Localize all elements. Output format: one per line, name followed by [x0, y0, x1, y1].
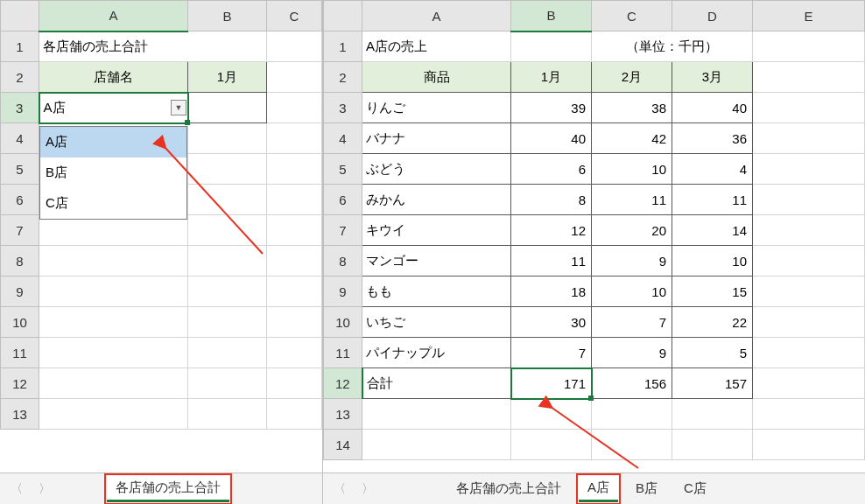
hdr-month[interactable]: 1月 [188, 62, 267, 93]
right-title[interactable]: A店の売上 [362, 32, 511, 62]
col-hdr-b[interactable]: B [188, 1, 267, 32]
dropdown-button[interactable]: ▼ [171, 100, 186, 116]
row-hdr[interactable]: 8 [1, 246, 39, 276]
store-dropdown[interactable]: A店 B店 C店 [39, 126, 187, 220]
tab-summary[interactable]: 各店舗の売上合計 [107, 476, 229, 502]
cell[interactable] [267, 32, 322, 62]
fill-handle[interactable] [588, 396, 594, 401]
total-feb[interactable]: 156 [592, 368, 672, 399]
store-value: A店 [44, 100, 66, 115]
cell[interactable] [267, 62, 322, 93]
unit-label[interactable]: （単位：千円） [592, 32, 753, 62]
row-hdr[interactable]: 4 [1, 123, 39, 154]
col-hdr[interactable]: B [511, 1, 592, 32]
nav-next-icon[interactable]: 〉 [358, 481, 377, 497]
row-hdr[interactable]: 7 [1, 215, 39, 246]
tab-c[interactable]: C店 [675, 477, 715, 500]
dropdown-option[interactable]: A店 [40, 127, 186, 158]
total-label[interactable]: 合計 [362, 368, 511, 399]
dropdown-option[interactable]: C店 [40, 188, 186, 219]
right-tabbar: 〈 〉 各店舗の売上合計 A店 B店 C店 [323, 472, 865, 504]
hdr-product[interactable]: 商品 [362, 62, 511, 93]
left-tabbar: 〈 〉 各店舗の売上合計 [0, 472, 322, 504]
corner[interactable] [324, 1, 362, 32]
total-mar[interactable]: 157 [672, 368, 753, 399]
row-hdr[interactable]: 5 [1, 154, 39, 185]
corner[interactable] [1, 1, 39, 32]
row-hdr[interactable]: 9 [1, 276, 39, 307]
row-hdr[interactable]: 1 [324, 32, 362, 62]
hdr-m2[interactable]: 2月 [592, 62, 672, 93]
hdr-m3[interactable]: 3月 [672, 62, 753, 93]
hdr-store[interactable]: 店舗名 [39, 62, 188, 93]
row-hdr[interactable]: 13 [1, 399, 39, 430]
row-hdr[interactable]: 11 [1, 338, 39, 368]
row-hdr[interactable]: 2 [324, 62, 362, 93]
tab-a[interactable]: A店 [579, 476, 618, 502]
cell[interactable] [267, 93, 322, 123]
col-hdr[interactable]: C [592, 1, 672, 32]
total-jan[interactable]: 171 [511, 368, 592, 399]
col-hdr[interactable]: A [362, 1, 511, 32]
store-input-cell[interactable]: A店 ▼ [39, 93, 188, 123]
col-hdr[interactable]: E [753, 1, 865, 32]
tab-b[interactable]: B店 [627, 477, 666, 500]
fill-handle[interactable] [185, 120, 190, 125]
row-hdr[interactable]: 12 [1, 368, 39, 399]
row-hdr[interactable]: 3 [1, 93, 39, 123]
nav-prev-icon[interactable]: 〈 [7, 481, 26, 497]
col-hdr[interactable]: D [672, 1, 753, 32]
row-hdr[interactable]: 2 [1, 62, 39, 93]
tab-summary[interactable]: 各店舗の売上合計 [447, 477, 570, 500]
row-hdr[interactable]: 10 [1, 307, 39, 338]
col-hdr-a[interactable]: A [39, 1, 188, 32]
title-cell[interactable]: 各店舗の売上合計 [39, 32, 267, 62]
nav-prev-icon[interactable]: 〈 [330, 481, 349, 497]
col-hdr-c[interactable]: C [267, 1, 322, 32]
row-hdr[interactable]: 6 [1, 185, 39, 215]
nav-next-icon[interactable]: 〉 [35, 481, 54, 497]
row-hdr[interactable]: 1 [1, 32, 39, 62]
dropdown-option[interactable]: B店 [40, 158, 186, 188]
hdr-m1[interactable]: 1月 [511, 62, 592, 93]
cell[interactable] [188, 93, 267, 123]
